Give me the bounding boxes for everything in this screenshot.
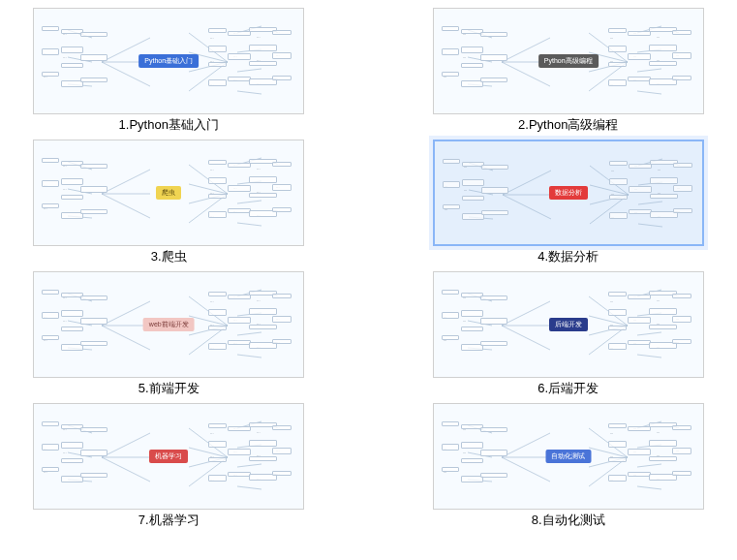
mindmap-node [672, 52, 691, 59]
mindmap-node [228, 449, 251, 455]
mindmap-node [249, 308, 277, 315]
mindmap-node [42, 48, 59, 55]
mindmap-node [42, 312, 59, 319]
mindmap-node [228, 317, 251, 324]
mindmap-node [461, 458, 483, 463]
mindmap-node [80, 32, 107, 37]
mindmap-node [608, 423, 627, 428]
mindmap-node [461, 327, 483, 331]
mindmap-node [480, 427, 507, 432]
mindmap-node [649, 61, 677, 66]
mindmap-node [228, 31, 251, 36]
mindmap-node [649, 45, 677, 51]
mindmap-node [80, 450, 107, 456]
mindmap-node [80, 473, 107, 478]
mindmap-node [42, 158, 59, 163]
mindmap-node [672, 471, 691, 476]
thumbnail-caption-8: 8.自动化测试 [532, 512, 605, 529]
mindmap-node [481, 210, 508, 215]
mindmap-center-node: Python基础入门 [138, 54, 199, 68]
mindmap-node [249, 440, 277, 447]
mindmap-node [42, 26, 59, 31]
svg-line-54 [638, 202, 662, 204]
thumbnail-cell-1: ········································… [17, 8, 321, 134]
mindmap-node [628, 449, 651, 455]
svg-line-111 [637, 486, 661, 489]
mindmap-thumbnail-3[interactable]: ········································… [33, 140, 304, 246]
mindmap-thumbnail-1[interactable]: ········································… [33, 8, 304, 114]
mindmap-thumbnail-5[interactable]: ········································… [33, 271, 304, 378]
mindmap-center-node: 后端开发 [549, 318, 588, 331]
mindmap-node [628, 53, 651, 60]
svg-line-28 [102, 170, 150, 194]
svg-line-86 [102, 457, 150, 482]
mindmap-node [228, 163, 251, 168]
mindmap-node [249, 45, 277, 51]
mindmap-node [608, 475, 627, 482]
mindmap-node [628, 77, 651, 81]
mindmap-node [42, 290, 59, 295]
mindmap-node [61, 442, 83, 449]
mindmap-thumbnail-6[interactable]: ········································… [433, 271, 704, 378]
mindmap-node [228, 426, 251, 431]
thumbnail-caption-7: 7.机器学习 [138, 512, 200, 529]
mindmap-node [272, 339, 292, 344]
mindmap-node [609, 212, 628, 219]
mindmap-thumbnail-7[interactable]: ········································… [33, 403, 304, 510]
mindmap-thumbnail-2[interactable]: ········································… [433, 8, 704, 114]
mindmap-center-node: 数据分析 [549, 186, 588, 200]
mindmap-node [442, 467, 459, 472]
svg-line-44 [503, 195, 551, 219]
mindmap-node [628, 340, 651, 345]
svg-line-98 [502, 433, 550, 457]
mindmap-node [609, 178, 628, 185]
svg-line-100 [502, 457, 550, 482]
svg-line-102 [589, 448, 628, 457]
mindmap-preview: ········································… [34, 272, 303, 377]
thumbnail-cell-4: ········································… [417, 140, 721, 265]
mindmap-node [442, 72, 459, 77]
mindmap-node [462, 179, 484, 186]
mindmap-node [608, 441, 627, 448]
mindmap-preview: ········································… [34, 9, 303, 113]
mindmap-node [628, 295, 651, 299]
mindmap-node [608, 28, 627, 33]
mindmap-preview: ········································… [434, 272, 703, 377]
mindmap-node [61, 327, 83, 331]
mindmap-node [80, 164, 107, 169]
mindmap-node [228, 340, 251, 345]
mindmap-node [208, 177, 227, 184]
mindmap-node [42, 467, 59, 472]
mindmap-node [272, 184, 292, 191]
mindmap-node [208, 292, 227, 296]
svg-line-83 [637, 355, 661, 358]
mindmap-node [208, 211, 227, 218]
thumbnail-caption-2: 2.Python高级编程 [518, 116, 618, 134]
svg-line-74 [589, 316, 628, 326]
mindmap-thumbnail-4[interactable]: ········································… [433, 140, 704, 246]
mindmap-node [208, 160, 227, 165]
thumbnail-caption-6: 6.后端开发 [537, 380, 599, 397]
mindmap-center-node: 爬虫 [156, 186, 181, 200]
mindmap-node [272, 162, 292, 167]
thumbnail-caption-1: 1.Python基础入门 [119, 116, 219, 134]
mindmap-center-node: 自动化测试 [545, 450, 591, 463]
mindmap-node [650, 194, 678, 199]
mindmap-node [480, 54, 507, 61]
mindmap-node [208, 79, 227, 86]
thumbnail-cell-3: ········································… [17, 140, 321, 265]
mindmap-node [208, 309, 227, 316]
mindmap-thumbnail-8[interactable]: ········································… [433, 403, 704, 510]
mindmap-node [608, 46, 627, 52]
mindmap-node [442, 312, 459, 319]
mindmap-node [42, 203, 59, 208]
mindmap-node [608, 457, 627, 462]
mindmap-node [673, 163, 692, 168]
mindmap-node [628, 426, 651, 431]
thumbnail-cell-2: ········································… [417, 8, 721, 134]
mindmap-node [228, 295, 251, 299]
svg-line-27 [637, 91, 661, 94]
mindmap-node [61, 47, 83, 53]
svg-line-84 [102, 433, 150, 457]
mindmap-node [650, 177, 678, 184]
